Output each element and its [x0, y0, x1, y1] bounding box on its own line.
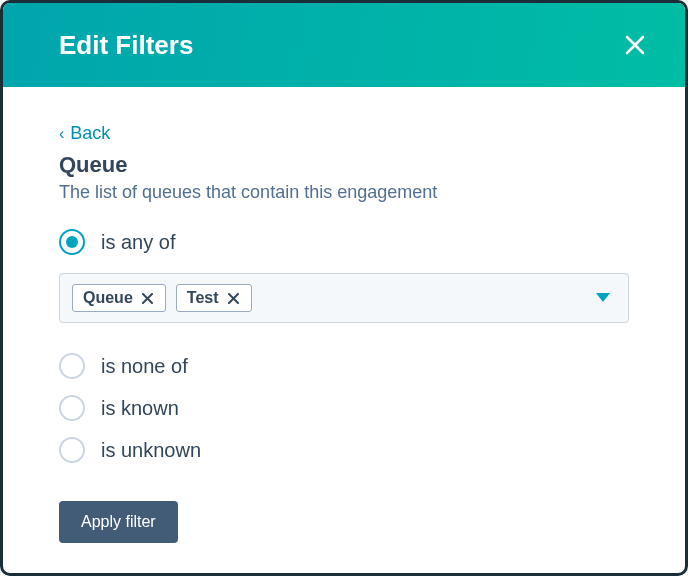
chip-remove-button[interactable] — [227, 291, 241, 305]
chip-queue: Queue — [72, 284, 166, 312]
filter-property-description: The list of queues that contain this eng… — [59, 182, 629, 203]
option-label: is none of — [101, 355, 188, 378]
option-label: is unknown — [101, 439, 201, 462]
radio-icon — [59, 353, 85, 379]
radio-icon — [59, 437, 85, 463]
chip-remove-button[interactable] — [141, 291, 155, 305]
close-button[interactable] — [621, 31, 649, 59]
radio-icon — [59, 395, 85, 421]
option-is-any-of[interactable]: is any of — [59, 225, 629, 259]
chip-label: Test — [187, 289, 219, 307]
option-is-unknown[interactable]: is unknown — [59, 433, 629, 467]
apply-filter-button[interactable]: Apply filter — [59, 501, 178, 543]
filter-property-name: Queue — [59, 152, 629, 178]
close-icon — [228, 293, 239, 304]
option-label: is any of — [101, 231, 175, 254]
filter-options: is any of Queue Test — [59, 225, 629, 475]
radio-icon — [59, 229, 85, 255]
dialog-header: Edit Filters — [3, 3, 685, 87]
close-icon — [142, 293, 153, 304]
dropdown-toggle[interactable] — [596, 289, 610, 307]
multi-select-input[interactable]: Queue Test — [59, 273, 629, 323]
edit-filters-dialog: Edit Filters ‹ Back Queue The list of qu… — [0, 0, 688, 576]
back-link[interactable]: ‹ Back — [59, 123, 110, 144]
option-is-known[interactable]: is known — [59, 391, 629, 425]
chevron-left-icon: ‹ — [59, 125, 64, 143]
option-label: is known — [101, 397, 179, 420]
unselected-options: is none of is known is unknown — [59, 341, 629, 475]
option-is-none-of[interactable]: is none of — [59, 349, 629, 383]
close-icon — [624, 34, 646, 56]
dialog-title: Edit Filters — [59, 30, 193, 61]
back-label: Back — [70, 123, 110, 144]
apply-button-label: Apply filter — [81, 513, 156, 530]
chip-label: Queue — [83, 289, 133, 307]
chip-test: Test — [176, 284, 252, 312]
svg-marker-6 — [596, 293, 610, 302]
caret-down-icon — [596, 293, 610, 303]
dialog-body: ‹ Back Queue The list of queues that con… — [3, 87, 685, 573]
